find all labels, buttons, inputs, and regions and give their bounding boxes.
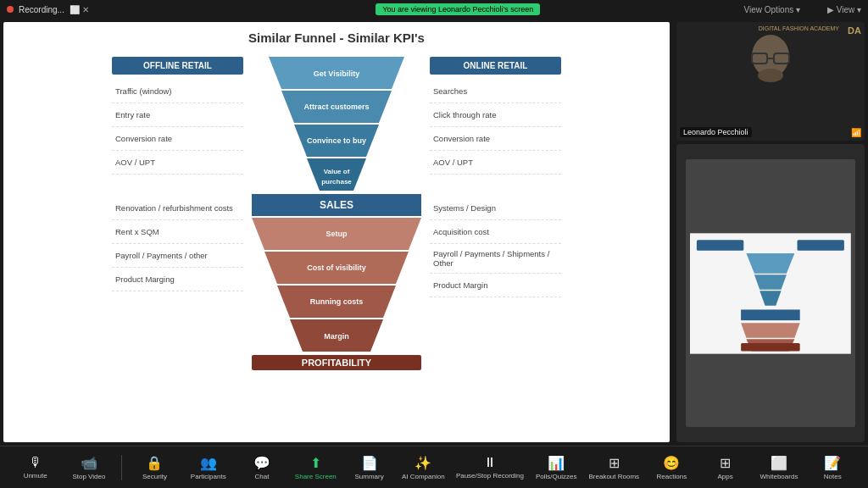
svg-text:Setup: Setup (326, 230, 348, 238)
academy-logo: DA (848, 25, 861, 36)
slide-thumbnail (686, 159, 855, 428)
view-button[interactable]: ▶ View ▾ (827, 5, 861, 14)
apps-label: Apps (718, 473, 733, 480)
svg-text:SALES: SALES (320, 199, 353, 211)
thumbnail-area (676, 144, 865, 442)
chat-label: Chat (255, 473, 270, 480)
svg-rect-36 (741, 343, 800, 351)
right-row-6: Payroll / Payments / Shipments / Other (430, 244, 561, 274)
online-header: ONLINE RETAIL (430, 57, 561, 75)
svg-rect-33 (741, 309, 800, 320)
notes-label: Notes (824, 473, 842, 480)
ai-label: AI Companion (402, 473, 445, 480)
right-row-0: Searches (430, 80, 561, 103)
video-feed: Leonardo Pecchioli 📶 DA DIGITAL FASHION … (676, 22, 865, 141)
right-row-1: Click through rate (430, 103, 561, 127)
svg-text:Cost of visibility: Cost of visibility (307, 263, 366, 272)
funnel-svg: Get Visibility Attract customers Convinc… (252, 57, 421, 370)
chat-button[interactable]: 💬 Chat (241, 455, 283, 480)
toolbar: 🎙 Unmute 📹 Stop Video 🔒 Security 👥 Parti… (0, 446, 868, 488)
summary-button[interactable]: 📄 Summary (348, 455, 391, 480)
reactions-label: Reactions (657, 473, 687, 480)
divider-1 (121, 455, 122, 480)
mic-icon: 🎙 (29, 455, 42, 470)
right-row-4: Systems / Design (430, 197, 561, 220)
side-panel: Leonardo Pecchioli 📶 DA DIGITAL FASHION … (673, 19, 868, 446)
polls-icon: 📊 (548, 455, 565, 471)
view-options-button[interactable]: View Options ▾ (743, 5, 800, 14)
polls-button[interactable]: 📊 Polls/Quizzes (535, 455, 577, 480)
security-label: Security (142, 473, 167, 480)
participants-button[interactable]: 👥 Participants (187, 455, 230, 480)
academy-text: DIGITAL FASHION ACADEMY (759, 25, 839, 31)
pause-recording-button[interactable]: ⏸ Pause/Stop Recording (456, 455, 524, 480)
left-column: OFFLINE RETAIL Traffic (window) Entry ra… (112, 57, 252, 291)
participants-icon: 👥 (200, 455, 217, 471)
offline-header: OFFLINE RETAIL (112, 57, 243, 75)
left-row-2: Conversion rate (112, 127, 243, 151)
right-row-2: Conversion rate (430, 127, 561, 151)
right-row-3: AOV / UPT (430, 151, 561, 175)
right-row-7: Product Margin (430, 274, 561, 297)
security-icon: 🔒 (146, 455, 163, 471)
breakout-label: Breakout Rooms (589, 473, 640, 480)
svg-text:Attract customers: Attract customers (303, 103, 369, 111)
signal-icon: 📶 (851, 128, 861, 137)
video-name-label: Leonardo Pecchioli (680, 127, 752, 137)
svg-text:Get Visibility: Get Visibility (314, 69, 359, 78)
video-person (676, 22, 865, 141)
right-row-5: Acquisition cost (430, 220, 561, 244)
share-screen-label: Share Screen (295, 473, 337, 480)
center-funnel: Get Visibility Attract customers Convinc… (252, 57, 421, 370)
slide-area: Similar Funnel - Similar KPI's OFFLINE R… (3, 22, 670, 442)
left-row-5: Rent x SQM (112, 220, 243, 244)
security-button[interactable]: 🔒 Security (133, 455, 175, 480)
right-column: ONLINE RETAIL Searches Click through rat… (421, 57, 561, 297)
unmute-button[interactable]: 🎙 Unmute (14, 455, 57, 480)
breakout-rooms-button[interactable]: ⊞ Breakout Rooms (589, 455, 640, 480)
screen-share-notice: You are viewing Leonardo Pecchioli's scr… (376, 3, 540, 15)
svg-rect-29 (798, 240, 844, 251)
left-row-4: Renovation / refurbishment costs (112, 197, 243, 220)
video-icon: 📹 (81, 455, 97, 471)
main-area: Similar Funnel - Similar KPI's OFFLINE R… (0, 19, 868, 446)
chat-icon: 💬 (253, 455, 270, 471)
share-screen-icon: ⬆ (310, 455, 321, 471)
left-row-0: Traffic (window) (112, 80, 243, 103)
left-row-1: Entry rate (112, 103, 243, 127)
slide-title: Similar Funnel - Similar KPI's (20, 30, 653, 45)
notes-button[interactable]: 📝 Notes (811, 455, 854, 480)
ai-companion-button[interactable]: ✨ AI Companion (402, 455, 445, 480)
svg-text:Value of: Value of (324, 168, 350, 175)
svg-text:Margin: Margin (324, 332, 349, 341)
record-dot (7, 6, 14, 13)
recording-indicator: Recording... ⬜ ✕ (7, 5, 89, 14)
reactions-button[interactable]: 😊 Reactions (650, 455, 693, 480)
summary-label: Summary (354, 473, 383, 480)
reactions-icon: 😊 (663, 455, 680, 471)
notes-icon: 📝 (824, 455, 841, 471)
polls-label: Polls/Quizzes (536, 473, 576, 480)
share-screen-button[interactable]: ⬆ Share Screen (294, 455, 337, 480)
whiteboards-icon: ⬜ (771, 455, 787, 471)
top-bar: Recording... ⬜ ✕ You are viewing Leonard… (0, 0, 868, 19)
apps-button[interactable]: ⊞ Apps (704, 455, 747, 480)
funnel-wrapper: OFFLINE RETAIL Traffic (window) Entry ra… (20, 57, 653, 426)
person-avatar (728, 26, 813, 136)
ai-icon: ✨ (415, 455, 431, 471)
svg-text:Convince to buy: Convince to buy (307, 136, 366, 145)
left-row-6: Payroll / Payments / other (112, 244, 243, 268)
left-row-7: Product Marging (112, 268, 243, 291)
svg-text:Running costs: Running costs (310, 297, 364, 306)
svg-rect-25 (741, 79, 800, 134)
whiteboards-button[interactable]: ⬜ Whiteboards (758, 455, 800, 480)
svg-marker-31 (754, 274, 787, 289)
left-row-sales-spacer (112, 175, 243, 197)
stop-video-button[interactable]: 📹 Stop Video (68, 455, 110, 480)
svg-marker-30 (747, 253, 795, 274)
stop-video-label: Stop Video (72, 473, 105, 480)
left-row-3: AOV / UPT (112, 151, 243, 175)
svg-marker-34 (741, 323, 800, 337)
slide-content: Similar Funnel - Similar KPI's OFFLINE R… (3, 22, 670, 442)
svg-point-26 (758, 69, 783, 82)
